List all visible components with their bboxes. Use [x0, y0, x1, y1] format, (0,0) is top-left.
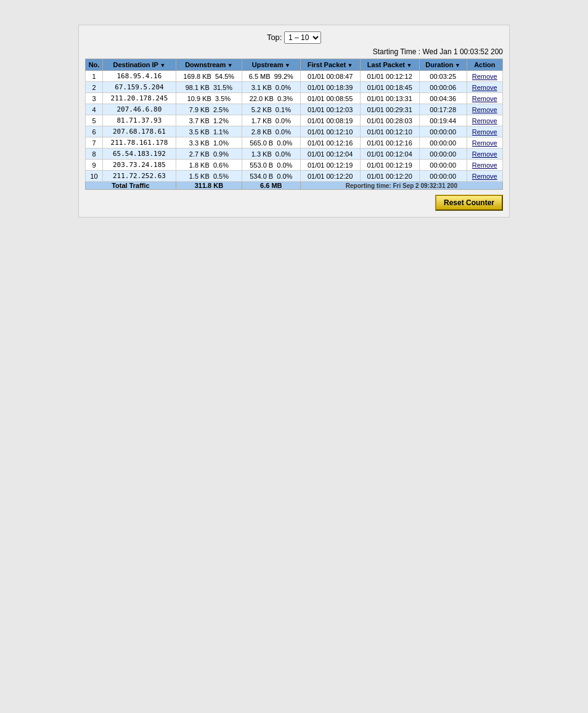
cell-downstream: 1.5 KB 0.5% — [176, 171, 242, 182]
cell-first-packet: 01/01 00:18:39 — [300, 82, 360, 93]
table-row: 5 81.71.37.93 3.7 KB 1.2% 1.7 KB 0.0% 01… — [86, 115, 503, 126]
cell-action[interactable]: Remove — [467, 126, 502, 137]
cell-first-packet: 01/01 00:08:47 — [300, 71, 360, 82]
top-bar: Top: 1 – 10 1 – 20 1 – 50 — [85, 31, 503, 44]
total-row: Total Traffic 311.8 KB 6.6 MB Reporting … — [86, 182, 503, 190]
col-destination-ip[interactable]: Destination IP — [103, 59, 176, 71]
cell-first-packet: 01/01 00:12:03 — [300, 104, 360, 115]
cell-duration: 00:04:36 — [419, 93, 467, 104]
cell-last-packet: 01/01 00:12:19 — [360, 160, 419, 171]
cell-dest-ip: 207.68.178.61 — [103, 126, 176, 137]
cell-last-packet: 01/01 00:12:10 — [360, 126, 419, 137]
table-row: 9 203.73.24.185 1.8 KB 0.6% 553.0 B 0.0%… — [86, 160, 503, 171]
traffic-table: No. Destination IP Downstream Upstream F… — [85, 59, 503, 190]
page-wrapper: Top: 1 – 10 1 – 20 1 – 50 Starting Time … — [0, 0, 588, 713]
cell-last-packet: 01/01 00:12:04 — [360, 149, 419, 160]
cell-dest-ip: 207.46.6.80 — [103, 104, 176, 115]
cell-duration: 00:03:25 — [419, 71, 467, 82]
cell-no: 1 — [86, 71, 103, 82]
cell-upstream: 2.8 KB 0.0% — [242, 126, 300, 137]
col-no[interactable]: No. — [86, 59, 103, 71]
cell-last-packet: 01/01 00:12:16 — [360, 137, 419, 149]
cell-upstream: 553.0 B 0.0% — [242, 160, 300, 171]
cell-duration: 00:19:44 — [419, 115, 467, 126]
col-downstream[interactable]: Downstream — [176, 59, 242, 71]
cell-no: 8 — [86, 149, 103, 160]
table-row: 4 207.46.6.80 7.9 KB 2.5% 5.2 KB 0.1% 01… — [86, 104, 503, 115]
cell-no: 9 — [86, 160, 103, 171]
total-upstream: 6.6 MB — [242, 182, 300, 190]
cell-first-packet: 01/01 00:12:16 — [300, 137, 360, 149]
cell-dest-ip: 168.95.4.16 — [103, 71, 176, 82]
cell-downstream: 98.1 KB 31.5% — [176, 82, 242, 93]
cell-action[interactable]: Remove — [467, 93, 502, 104]
main-container: Top: 1 – 10 1 – 20 1 – 50 Starting Time … — [78, 25, 510, 218]
cell-action[interactable]: Remove — [467, 71, 502, 82]
cell-no: 5 — [86, 115, 103, 126]
table-row: 8 65.54.183.192 2.7 KB 0.9% 1.3 KB 0.0% … — [86, 149, 503, 160]
cell-downstream: 2.7 KB 0.9% — [176, 149, 242, 160]
cell-dest-ip: 67.159.5.204 — [103, 82, 176, 93]
cell-no: 6 — [86, 126, 103, 137]
cell-first-packet: 01/01 00:12:19 — [300, 160, 360, 171]
cell-upstream: 6.5 MB 99.2% — [242, 71, 300, 82]
cell-upstream: 565.0 B 0.0% — [242, 137, 300, 149]
cell-action[interactable]: Remove — [467, 160, 502, 171]
cell-upstream: 22.0 KB 0.3% — [242, 93, 300, 104]
col-duration[interactable]: Duration — [419, 59, 467, 71]
cell-upstream: 534.0 B 0.0% — [242, 171, 300, 182]
cell-first-packet: 01/01 00:08:55 — [300, 93, 360, 104]
cell-no: 4 — [86, 104, 103, 115]
total-downstream: 311.8 KB — [176, 182, 242, 190]
cell-dest-ip: 81.71.37.93 — [103, 115, 176, 126]
cell-last-packet: 01/01 00:12:12 — [360, 71, 419, 82]
col-first-packet[interactable]: First Packet — [300, 59, 360, 71]
cell-dest-ip: 203.73.24.185 — [103, 160, 176, 171]
cell-upstream: 1.7 KB 0.0% — [242, 115, 300, 126]
cell-no: 3 — [86, 93, 103, 104]
cell-first-packet: 01/01 00:12:04 — [300, 149, 360, 160]
table-row: 3 211.20.178.245 10.9 KB 3.5% 22.0 KB 0.… — [86, 93, 503, 104]
cell-action[interactable]: Remove — [467, 137, 502, 149]
cell-duration: 00:00:00 — [419, 160, 467, 171]
table-row: 7 211.78.161.178 3.3 KB 1.0% 565.0 B 0.0… — [86, 137, 503, 149]
cell-upstream: 1.3 KB 0.0% — [242, 149, 300, 160]
cell-action[interactable]: Remove — [467, 115, 502, 126]
cell-dest-ip: 211.78.161.178 — [103, 137, 176, 149]
cell-action[interactable]: Remove — [467, 104, 502, 115]
cell-upstream: 5.2 KB 0.1% — [242, 104, 300, 115]
cell-no: 7 — [86, 137, 103, 149]
cell-first-packet: 01/01 00:12:20 — [300, 171, 360, 182]
reset-counter-button[interactable]: Reset Counter — [435, 195, 503, 211]
cell-downstream: 10.9 KB 3.5% — [176, 93, 242, 104]
cell-dest-ip: 65.54.183.192 — [103, 149, 176, 160]
col-last-packet[interactable]: Last Packet — [360, 59, 419, 71]
cell-first-packet: 01/01 00:12:10 — [300, 126, 360, 137]
reset-bar: Reset Counter — [85, 195, 503, 211]
cell-no: 2 — [86, 82, 103, 93]
cell-duration: 00:00:06 — [419, 82, 467, 93]
table-row: 10 211.72.252.63 1.5 KB 0.5% 534.0 B 0.0… — [86, 171, 503, 182]
cell-action[interactable]: Remove — [467, 149, 502, 160]
cell-action[interactable]: Remove — [467, 82, 502, 93]
cell-downstream: 169.8 KB 54.5% — [176, 71, 242, 82]
cell-upstream: 3.1 KB 0.0% — [242, 82, 300, 93]
cell-dest-ip: 211.20.178.245 — [103, 93, 176, 104]
cell-last-packet: 01/01 00:18:45 — [360, 82, 419, 93]
col-action: Action — [467, 59, 502, 71]
cell-downstream: 7.9 KB 2.5% — [176, 104, 242, 115]
cell-duration: 00:00:00 — [419, 137, 467, 149]
cell-last-packet: 01/01 00:12:20 — [360, 171, 419, 182]
top-label: Top: — [267, 33, 282, 42]
cell-duration: 00:00:00 — [419, 126, 467, 137]
total-label: Total Traffic — [86, 182, 176, 190]
top-select[interactable]: 1 – 10 1 – 20 1 – 50 — [284, 31, 321, 44]
cell-duration: 00:00:00 — [419, 171, 467, 182]
cell-downstream: 3.7 KB 1.2% — [176, 115, 242, 126]
col-upstream[interactable]: Upstream — [242, 59, 300, 71]
cell-downstream: 1.8 KB 0.6% — [176, 160, 242, 171]
cell-no: 10 — [86, 171, 103, 182]
cell-action[interactable]: Remove — [467, 171, 502, 182]
table-row: 2 67.159.5.204 98.1 KB 31.5% 3.1 KB 0.0%… — [86, 82, 503, 93]
cell-duration: 00:00:00 — [419, 149, 467, 160]
